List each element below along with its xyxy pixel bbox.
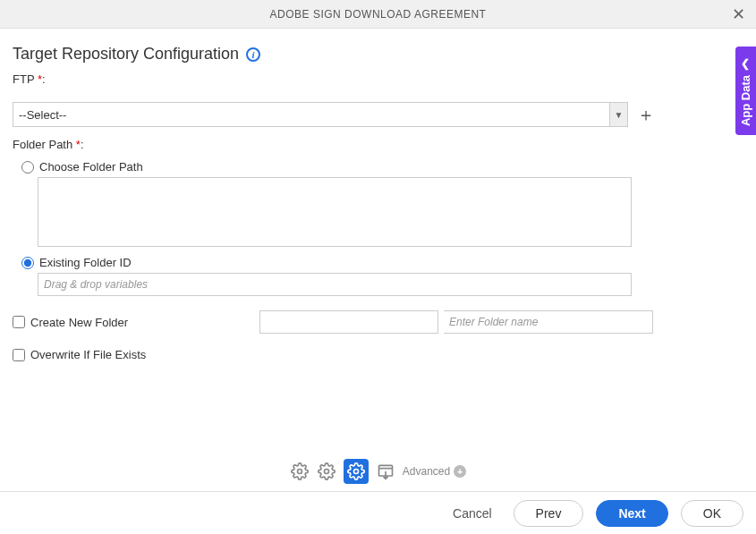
existing-folder-placeholder: Drag & drop variables bbox=[44, 278, 148, 291]
info-icon[interactable]: i bbox=[246, 47, 260, 62]
ftp-select[interactable]: --Select-- ▼ bbox=[13, 102, 628, 127]
prev-button[interactable]: Prev bbox=[514, 500, 584, 527]
dialog-header: ADOBE SIGN DOWNLOAD AGREEMENT ✕ bbox=[0, 0, 756, 29]
next-button[interactable]: Next bbox=[596, 500, 667, 527]
folder-path-label: Folder Path *: bbox=[13, 138, 84, 151]
existing-folder-input[interactable]: Drag & drop variables bbox=[38, 273, 632, 296]
choose-folder-radio[interactable] bbox=[21, 161, 34, 174]
ftp-select-value: --Select-- bbox=[13, 108, 609, 122]
dialog-content: Target Repository Configuration i FTP *:… bbox=[0, 29, 756, 361]
gear-icon-active[interactable] bbox=[344, 459, 369, 484]
folder-path-label-row: Folder Path *: bbox=[13, 138, 743, 157]
choose-folder-radio-row: Choose Folder Path bbox=[21, 160, 743, 174]
advanced-button[interactable]: Advanced + bbox=[403, 465, 466, 478]
create-new-folder-checkbox[interactable] bbox=[13, 316, 25, 328]
create-new-folder-label: Create New Folder bbox=[30, 316, 254, 329]
dialog-footer: Cancel Prev Next OK bbox=[0, 491, 756, 534]
cancel-button[interactable]: Cancel bbox=[444, 501, 501, 526]
app-data-tab[interactable]: App Data ❮ bbox=[735, 47, 756, 135]
svg-point-2 bbox=[353, 470, 358, 474]
svg-point-1 bbox=[324, 470, 328, 474]
overwrite-checkbox[interactable] bbox=[13, 349, 25, 361]
existing-folder-label: Existing Folder ID bbox=[39, 256, 132, 269]
ftp-select-row: --Select-- ▼ ＋ bbox=[13, 102, 743, 127]
dialog-title: ADOBE SIGN DOWNLOAD AGREEMENT bbox=[270, 8, 487, 21]
window-icon[interactable] bbox=[376, 462, 395, 481]
existing-folder-radio-row: Existing Folder ID bbox=[21, 256, 743, 269]
section-title-row: Target Repository Configuration i bbox=[13, 45, 743, 64]
chevron-left-icon: ❮ bbox=[742, 57, 751, 70]
chevron-down-icon: ▼ bbox=[609, 103, 627, 126]
ftp-label: FTP *: bbox=[13, 72, 46, 86]
close-icon[interactable]: ✕ bbox=[729, 5, 747, 23]
gear-icon-2[interactable] bbox=[317, 462, 336, 481]
create-new-folder-row: Create New Folder Enter Folder name bbox=[13, 310, 743, 334]
overwrite-row: Overwrite If File Exists bbox=[13, 348, 743, 361]
advanced-label: Advanced bbox=[403, 465, 450, 478]
svg-point-0 bbox=[297, 470, 302, 474]
overwrite-label: Overwrite If File Exists bbox=[30, 348, 146, 361]
folder-name-input[interactable]: Enter Folder name bbox=[444, 310, 653, 334]
existing-folder-radio[interactable] bbox=[21, 257, 34, 269]
ok-button[interactable]: OK bbox=[681, 500, 743, 527]
add-ftp-button[interactable]: ＋ bbox=[637, 103, 655, 127]
plus-circle-icon: + bbox=[454, 465, 466, 478]
bottom-toolbar: Advanced + bbox=[0, 453, 756, 489]
folder-name-placeholder: Enter Folder name bbox=[449, 316, 538, 328]
folder-parent-input[interactable] bbox=[259, 310, 438, 334]
gear-icon-1[interactable] bbox=[290, 462, 310, 481]
choose-folder-label: Choose Folder Path bbox=[39, 160, 143, 174]
section-title: Target Repository Configuration bbox=[13, 45, 239, 64]
ftp-field: FTP *: bbox=[13, 72, 743, 91]
app-data-label: App Data bbox=[739, 75, 752, 126]
choose-folder-textarea[interactable] bbox=[38, 177, 632, 247]
